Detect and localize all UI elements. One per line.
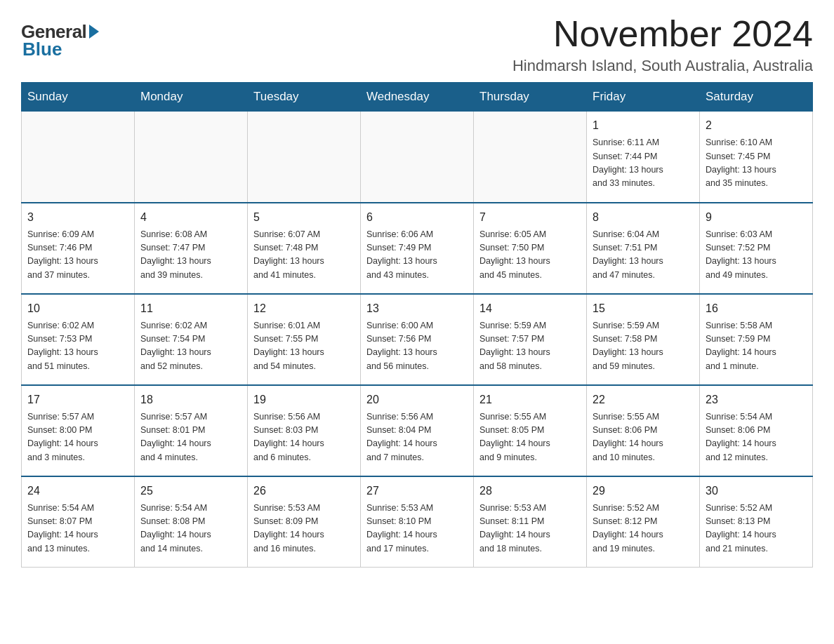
day-number: 21 — [479, 391, 581, 408]
calendar-cell: 19Sunrise: 5:56 AMSunset: 8:03 PMDayligh… — [248, 385, 361, 476]
calendar-cell: 27Sunrise: 5:53 AMSunset: 8:10 PMDayligh… — [361, 476, 474, 568]
calendar-week-row: 10Sunrise: 6:02 AMSunset: 7:53 PMDayligh… — [22, 294, 813, 385]
day-number: 15 — [593, 300, 694, 317]
day-number: 26 — [253, 483, 355, 499]
calendar-week-row: 3Sunrise: 6:09 AMSunset: 7:46 PMDaylight… — [22, 203, 813, 294]
day-number: 29 — [593, 483, 694, 499]
day-number: 10 — [27, 300, 128, 317]
calendar-header-sunday: Sunday — [22, 83, 135, 112]
calendar-cell: 20Sunrise: 5:56 AMSunset: 8:04 PMDayligh… — [361, 385, 474, 476]
day-info: Sunrise: 5:52 AMSunset: 8:12 PMDaylight:… — [593, 502, 694, 556]
day-number: 18 — [140, 391, 241, 408]
calendar-cell — [361, 112, 474, 203]
calendar-cell: 14Sunrise: 5:59 AMSunset: 7:57 PMDayligh… — [474, 294, 587, 385]
calendar-cell: 18Sunrise: 5:57 AMSunset: 8:01 PMDayligh… — [135, 385, 248, 476]
day-info: Sunrise: 5:56 AMSunset: 8:04 PMDaylight:… — [366, 410, 468, 465]
calendar-header-saturday: Saturday — [700, 83, 813, 112]
day-info: Sunrise: 6:02 AMSunset: 7:54 PMDaylight:… — [140, 319, 241, 374]
calendar-cell: 5Sunrise: 6:07 AMSunset: 7:48 PMDaylight… — [248, 203, 361, 294]
day-number: 13 — [366, 300, 468, 317]
day-number: 16 — [706, 300, 807, 317]
calendar-cell: 10Sunrise: 6:02 AMSunset: 7:53 PMDayligh… — [22, 294, 135, 385]
day-info: Sunrise: 6:01 AMSunset: 7:55 PMDaylight:… — [253, 319, 355, 374]
day-info: Sunrise: 5:53 AMSunset: 8:11 PMDaylight:… — [479, 502, 581, 556]
day-number: 11 — [140, 300, 241, 317]
day-number: 19 — [253, 391, 355, 408]
day-number: 27 — [366, 483, 468, 499]
day-number: 17 — [27, 391, 128, 408]
day-number: 24 — [27, 483, 128, 499]
calendar-week-row: 1Sunrise: 6:11 AMSunset: 7:44 PMDaylight… — [22, 112, 813, 203]
day-info: Sunrise: 6:08 AMSunset: 7:47 PMDaylight:… — [140, 228, 241, 283]
day-number: 28 — [479, 483, 581, 499]
calendar-cell: 21Sunrise: 5:55 AMSunset: 8:05 PMDayligh… — [474, 385, 587, 476]
calendar-week-row: 17Sunrise: 5:57 AMSunset: 8:00 PMDayligh… — [22, 385, 813, 476]
calendar-cell: 6Sunrise: 6:06 AMSunset: 7:49 PMDaylight… — [361, 203, 474, 294]
calendar-week-row: 24Sunrise: 5:54 AMSunset: 8:07 PMDayligh… — [22, 476, 813, 568]
day-info: Sunrise: 6:03 AMSunset: 7:52 PMDaylight:… — [706, 228, 807, 283]
logo-blue-text: Blue — [22, 39, 62, 60]
day-info: Sunrise: 5:54 AMSunset: 8:07 PMDaylight:… — [27, 502, 128, 556]
day-info: Sunrise: 5:59 AMSunset: 7:58 PMDaylight:… — [593, 319, 694, 374]
day-number: 22 — [593, 391, 694, 408]
calendar-header-tuesday: Tuesday — [248, 83, 361, 112]
calendar-cell: 24Sunrise: 5:54 AMSunset: 8:07 PMDayligh… — [22, 476, 135, 568]
calendar-cell: 16Sunrise: 5:58 AMSunset: 7:59 PMDayligh… — [700, 294, 813, 385]
month-year-title: November 2024 — [512, 14, 813, 54]
day-info: Sunrise: 6:02 AMSunset: 7:53 PMDaylight:… — [27, 319, 128, 374]
calendar-cell: 29Sunrise: 5:52 AMSunset: 8:12 PMDayligh… — [587, 476, 700, 568]
day-info: Sunrise: 6:06 AMSunset: 7:49 PMDaylight:… — [366, 228, 468, 283]
day-info: Sunrise: 5:55 AMSunset: 8:06 PMDaylight:… — [593, 410, 694, 465]
day-info: Sunrise: 6:11 AMSunset: 7:44 PMDaylight:… — [593, 136, 694, 191]
day-number: 8 — [593, 209, 694, 226]
day-number: 3 — [27, 209, 128, 226]
day-info: Sunrise: 5:57 AMSunset: 8:00 PMDaylight:… — [27, 410, 128, 465]
calendar-cell — [248, 112, 361, 203]
day-info: Sunrise: 5:53 AMSunset: 8:09 PMDaylight:… — [253, 502, 355, 556]
day-number: 14 — [479, 300, 581, 317]
day-number: 23 — [706, 391, 807, 408]
calendar-cell: 1Sunrise: 6:11 AMSunset: 7:44 PMDaylight… — [587, 112, 700, 203]
day-info: Sunrise: 6:00 AMSunset: 7:56 PMDaylight:… — [366, 319, 468, 374]
day-info: Sunrise: 6:07 AMSunset: 7:48 PMDaylight:… — [253, 228, 355, 283]
day-info: Sunrise: 5:52 AMSunset: 8:13 PMDaylight:… — [706, 502, 807, 556]
day-number: 30 — [706, 483, 807, 499]
calendar-header-thursday: Thursday — [474, 83, 587, 112]
calendar-cell — [474, 112, 587, 203]
calendar-header-row: SundayMondayTuesdayWednesdayThursdayFrid… — [22, 83, 813, 112]
day-info: Sunrise: 6:05 AMSunset: 7:50 PMDaylight:… — [479, 228, 581, 283]
day-info: Sunrise: 5:58 AMSunset: 7:59 PMDaylight:… — [706, 319, 807, 374]
day-info: Sunrise: 5:56 AMSunset: 8:03 PMDaylight:… — [253, 410, 355, 465]
calendar-cell: 26Sunrise: 5:53 AMSunset: 8:09 PMDayligh… — [248, 476, 361, 568]
logo: General Blue — [21, 21, 99, 60]
day-info: Sunrise: 5:53 AMSunset: 8:10 PMDaylight:… — [366, 502, 468, 556]
calendar-cell: 3Sunrise: 6:09 AMSunset: 7:46 PMDaylight… — [22, 203, 135, 294]
page-header: General Blue November 2024 Hindmarsh Isl… — [21, 14, 813, 75]
calendar-cell: 28Sunrise: 5:53 AMSunset: 8:11 PMDayligh… — [474, 476, 587, 568]
day-info: Sunrise: 5:57 AMSunset: 8:01 PMDaylight:… — [140, 410, 241, 465]
calendar-cell — [22, 112, 135, 203]
calendar-cell — [135, 112, 248, 203]
calendar-cell: 7Sunrise: 6:05 AMSunset: 7:50 PMDaylight… — [474, 203, 587, 294]
day-info: Sunrise: 5:54 AMSunset: 8:08 PMDaylight:… — [140, 502, 241, 556]
calendar-cell: 23Sunrise: 5:54 AMSunset: 8:06 PMDayligh… — [700, 385, 813, 476]
calendar-cell: 2Sunrise: 6:10 AMSunset: 7:45 PMDaylight… — [700, 112, 813, 203]
calendar-cell: 15Sunrise: 5:59 AMSunset: 7:58 PMDayligh… — [587, 294, 700, 385]
location-subtitle: Hindmarsh Island, South Australia, Austr… — [512, 57, 813, 75]
day-info: Sunrise: 6:04 AMSunset: 7:51 PMDaylight:… — [593, 228, 694, 283]
calendar-cell: 4Sunrise: 6:08 AMSunset: 7:47 PMDaylight… — [135, 203, 248, 294]
day-info: Sunrise: 5:54 AMSunset: 8:06 PMDaylight:… — [706, 410, 807, 465]
day-info: Sunrise: 6:10 AMSunset: 7:45 PMDaylight:… — [706, 136, 807, 191]
calendar-cell: 30Sunrise: 5:52 AMSunset: 8:13 PMDayligh… — [700, 476, 813, 568]
calendar-cell: 9Sunrise: 6:03 AMSunset: 7:52 PMDaylight… — [700, 203, 813, 294]
day-number: 1 — [593, 117, 694, 134]
title-block: November 2024 Hindmarsh Island, South Au… — [512, 14, 813, 75]
day-number: 7 — [479, 209, 581, 226]
day-info: Sunrise: 6:09 AMSunset: 7:46 PMDaylight:… — [27, 228, 128, 283]
day-number: 20 — [366, 391, 468, 408]
day-number: 6 — [366, 209, 468, 226]
calendar-header-friday: Friday — [587, 83, 700, 112]
day-number: 4 — [140, 209, 241, 226]
calendar-cell: 17Sunrise: 5:57 AMSunset: 8:00 PMDayligh… — [22, 385, 135, 476]
calendar-cell: 22Sunrise: 5:55 AMSunset: 8:06 PMDayligh… — [587, 385, 700, 476]
